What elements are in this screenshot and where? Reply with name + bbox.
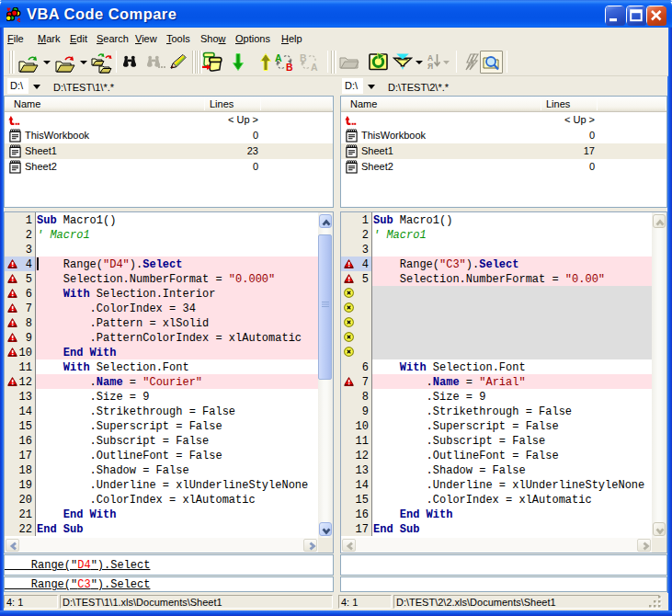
svg-text:A: A [311,62,318,72]
svg-text:B: B [286,62,293,72]
svg-text:Я: Я [427,62,433,70]
